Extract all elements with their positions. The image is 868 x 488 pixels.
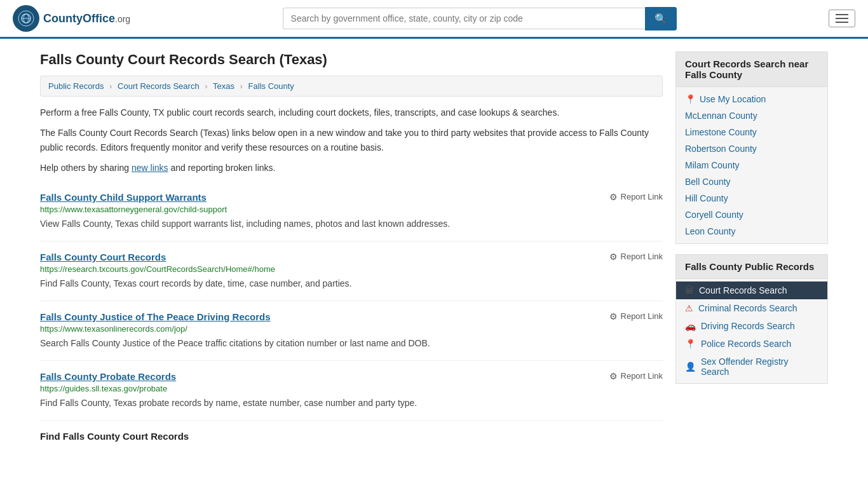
limestone-county-link[interactable]: Limestone County [685, 127, 757, 137]
public-records-title: Falls County Public Records [676, 255, 827, 279]
content-area: Falls County Court Records Search (Texas… [40, 51, 663, 442]
logo-icon [13, 5, 39, 32]
location-pin-icon: 📍 [685, 94, 696, 104]
breadcrumb: Public Records › Court Records Search › … [40, 76, 663, 97]
driving-records-link[interactable]: Driving Records Search [701, 321, 795, 331]
description-2: The Falls County Court Records Search (T… [40, 126, 663, 154]
breadcrumb-texas[interactable]: Texas [213, 81, 234, 91]
result-url: https://www.texasattorneygeneral.gov/chi… [40, 205, 663, 214]
public-records-item-police[interactable]: 📍 Police Records Search [676, 335, 827, 353]
building-icon: 🏛 [685, 285, 694, 295]
search-input[interactable] [283, 8, 645, 29]
list-item: Milam County [676, 157, 827, 173]
report-icon: ⚙ [609, 311, 618, 322]
list-item: Robertson County [676, 140, 827, 157]
nearby-title: Court Records Search near Falls County [676, 52, 827, 87]
result-url: https://research.txcourts.gov/CourtRecor… [40, 264, 663, 274]
report-link-btn[interactable]: ⚙ Report Link [609, 311, 663, 322]
list-item: Bell County [676, 173, 827, 190]
header: CountyOffice.org 🔍 [0, 0, 868, 39]
police-records-link[interactable]: Police Records Search [701, 339, 791, 349]
description-1: Perform a free Falls County, TX public c… [40, 105, 663, 119]
page-title: Falls County Court Records Search (Texas… [40, 51, 663, 68]
find-section-title: Find Falls County Court Records [40, 421, 663, 442]
breadcrumb-sep2: › [205, 81, 207, 91]
main-container: Falls County Court Records Search (Texas… [27, 39, 841, 442]
public-records-item-criminal[interactable]: ⚠ Criminal Records Search [676, 299, 827, 317]
breadcrumb-public-records[interactable]: Public Records [48, 81, 104, 91]
car-icon: 🚗 [685, 321, 696, 331]
coryell-county-link[interactable]: Coryell County [685, 210, 743, 220]
result-desc: View Falls County, Texas child support w… [40, 217, 663, 231]
result-desc: Find Falls County, Texas court records b… [40, 277, 663, 290]
report-link-btn[interactable]: ⚙ Report Link [609, 192, 663, 202]
new-links-link[interactable]: new links [132, 163, 168, 173]
court-records-search-link[interactable]: Court Records Search [699, 285, 787, 295]
nearby-list: 📍 Use My Location McLennan County Limest… [676, 87, 827, 243]
result-title[interactable]: Falls County Justice of The Peace Drivin… [40, 311, 271, 322]
list-item: McLennan County [676, 107, 827, 124]
result-desc: Search Falls County Justice of the Peace… [40, 337, 663, 350]
result-title[interactable]: Falls County Court Records [40, 252, 166, 262]
criminal-records-link[interactable]: Criminal Records Search [698, 303, 797, 313]
search-area: 🔍 [283, 7, 677, 30]
breadcrumb-falls-county[interactable]: Falls County [248, 81, 294, 91]
public-records-item-sex-offender[interactable]: 👤 Sex Offender Registry Search [676, 353, 827, 381]
list-item: Hill County [676, 190, 827, 207]
warning-icon: ⚠ [685, 303, 693, 313]
menu-icon-line1 [836, 14, 848, 15]
report-icon: ⚙ [609, 371, 618, 381]
result-item: Falls County Child Support Warrants ⚙ Re… [40, 182, 663, 241]
person-icon: 👤 [685, 362, 696, 372]
nearby-section: Court Records Search near Falls County 📍… [675, 51, 828, 244]
menu-button[interactable] [829, 10, 855, 27]
result-title[interactable]: Falls County Child Support Warrants [40, 192, 207, 203]
leon-county-link[interactable]: Leon County [685, 226, 735, 236]
milam-county-link[interactable]: Milam County [685, 160, 740, 170]
breadcrumb-sep3: › [240, 81, 243, 91]
use-my-location-link[interactable]: Use My Location [700, 94, 766, 104]
hill-county-link[interactable]: Hill County [685, 193, 728, 203]
report-link-btn[interactable]: ⚙ Report Link [609, 371, 663, 381]
mclennan-county-link[interactable]: McLennan County [685, 111, 757, 121]
result-item: Falls County Justice of The Peace Drivin… [40, 301, 663, 361]
result-item: Falls County Probate Records ⚙ Report Li… [40, 361, 663, 421]
menu-icon-line2 [836, 18, 848, 19]
list-item: Leon County [676, 223, 827, 240]
report-icon: ⚙ [609, 252, 618, 262]
search-button[interactable]: 🔍 [645, 7, 677, 30]
menu-icon-line3 [836, 22, 848, 23]
logo-text: CountyOffice.org [43, 12, 130, 25]
logo-area: CountyOffice.org [13, 5, 130, 32]
list-item: Coryell County [676, 207, 827, 223]
report-icon: ⚙ [609, 192, 618, 202]
list-item: Limestone County [676, 124, 827, 140]
breadcrumb-court-records-search[interactable]: Court Records Search [118, 81, 200, 91]
result-url: https://www.texasonlinerecords.com/jop/ [40, 324, 663, 334]
sex-offender-registry-link[interactable]: Sex Offender Registry Search [701, 356, 818, 377]
bell-county-link[interactable]: Bell County [685, 177, 731, 187]
use-my-location-item[interactable]: 📍 Use My Location [676, 91, 827, 107]
breadcrumb-sep1: › [109, 81, 112, 91]
public-records-item-driving[interactable]: 🚗 Driving Records Search [676, 317, 827, 335]
public-records-list: 🏛 Court Records Search ⚠ Criminal Record… [676, 279, 827, 383]
public-records-item-court[interactable]: 🏛 Court Records Search [676, 281, 827, 299]
result-url: https://guides.sll.texas.gov/probate [40, 384, 663, 393]
description-3: Help others by sharing new links and rep… [40, 161, 663, 175]
robertson-county-link[interactable]: Robertson County [685, 144, 757, 154]
result-desc: Find Falls County, Texas probate records… [40, 396, 663, 410]
result-item: Falls County Court Records ⚙ Report Link… [40, 241, 663, 301]
public-records-section: Falls County Public Records 🏛 Court Reco… [675, 254, 828, 384]
report-link-btn[interactable]: ⚙ Report Link [609, 252, 663, 262]
result-title[interactable]: Falls County Probate Records [40, 371, 176, 382]
police-pin-icon: 📍 [685, 339, 696, 349]
sidebar: Court Records Search near Falls County 📍… [675, 51, 828, 442]
